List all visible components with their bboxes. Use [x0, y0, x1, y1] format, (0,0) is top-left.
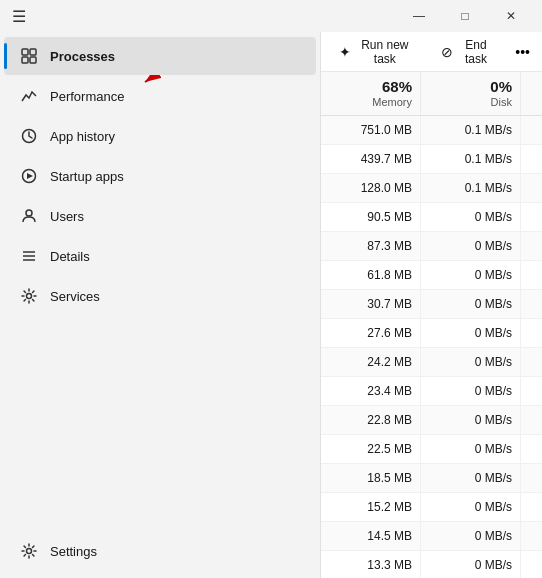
sidebar: Processes Performance App history	[0, 32, 320, 578]
sidebar-item-settings[interactable]: Settings	[4, 532, 316, 570]
table-row[interactable]: 128.0 MB0.1 MB/s0 Mbps	[321, 174, 542, 203]
more-options-button[interactable]: •••	[511, 38, 534, 66]
main-layout: Processes Performance App history	[0, 32, 542, 578]
disk-header[interactable]: 0% Disk	[421, 72, 521, 115]
table-row[interactable]: 90.5 MB0 MB/s0 Mbps	[321, 203, 542, 232]
table-cell-memory: 128.0 MB	[321, 174, 421, 202]
svg-point-8	[26, 210, 32, 216]
table-cell-memory: 439.7 MB	[321, 145, 421, 173]
sidebar-item-startup-label: Startup apps	[50, 169, 124, 184]
table-cell-memory: 22.8 MB	[321, 406, 421, 434]
sidebar-item-processes[interactable]: Processes	[4, 37, 316, 75]
startup-icon	[20, 167, 38, 185]
more-icon: •••	[515, 44, 530, 60]
table-cell-network: 0 Mbps	[521, 493, 542, 521]
sidebar-item-startup-apps[interactable]: Startup apps	[4, 157, 316, 195]
table-row[interactable]: 87.3 MB0 MB/s0 Mbps	[321, 232, 542, 261]
sidebar-item-services[interactable]: Services	[4, 277, 316, 315]
table-cell-memory: 14.5 MB	[321, 522, 421, 550]
content-area: ✦ Run new task ⊘ End task ••• 68% Memory…	[320, 32, 542, 578]
table-cell-disk: 0.1 MB/s	[421, 174, 521, 202]
table-row[interactable]: 22.5 MB0 MB/s0 Mbps	[321, 435, 542, 464]
table-cell-disk: 0.1 MB/s	[421, 145, 521, 173]
table-cell-disk: 0 MB/s	[421, 377, 521, 405]
svg-rect-2	[30, 49, 36, 55]
table-cell-memory: 87.3 MB	[321, 232, 421, 260]
hamburger-icon[interactable]: ☰	[12, 7, 26, 26]
sidebar-settings-label: Settings	[50, 544, 97, 559]
table-cell-disk: 0 MB/s	[421, 203, 521, 231]
end-task-label: End task	[459, 38, 494, 66]
table-cell-disk: 0 MB/s	[421, 493, 521, 521]
network-pct: 0%	[529, 78, 542, 95]
end-task-icon: ⊘	[441, 44, 453, 60]
table-cell-disk: 0 MB/s	[421, 406, 521, 434]
table-cell-memory: 751.0 MB	[321, 116, 421, 144]
table-cell-memory: 24.2 MB	[321, 348, 421, 376]
sidebar-item-users[interactable]: Users	[4, 197, 316, 235]
sidebar-item-app-history-label: App history	[50, 129, 115, 144]
table-body[interactable]: 751.0 MB0.1 MB/s0.1 Mbps439.7 MB0.1 MB/s…	[321, 116, 542, 578]
run-task-icon: ✦	[339, 44, 351, 60]
svg-point-13	[27, 549, 32, 554]
sidebar-item-app-history[interactable]: App history	[4, 117, 316, 155]
svg-point-12	[27, 294, 32, 299]
table-row[interactable]: 30.7 MB0 MB/s0 Mbps	[321, 290, 542, 319]
title-bar-left: ☰	[12, 7, 26, 26]
title-bar-controls: — □ ✕	[396, 0, 534, 32]
sidebar-item-details[interactable]: Details	[4, 237, 316, 275]
minimize-button[interactable]: —	[396, 0, 442, 32]
sidebar-item-users-label: Users	[50, 209, 84, 224]
table-cell-network: 0 Mbps	[521, 261, 542, 289]
table-row[interactable]: 439.7 MB0.1 MB/s0 Mbps	[321, 145, 542, 174]
network-header[interactable]: 0% Network	[521, 72, 542, 115]
table-row[interactable]: 23.4 MB0 MB/s0 Mbps	[321, 377, 542, 406]
end-task-button[interactable]: ⊘ End task	[431, 34, 504, 70]
sidebar-item-details-label: Details	[50, 249, 90, 264]
table-cell-memory: 27.6 MB	[321, 319, 421, 347]
table-cell-network: 0 Mbps	[521, 319, 542, 347]
close-button[interactable]: ✕	[488, 0, 534, 32]
table-row[interactable]: 22.8 MB0 MB/s0 Mbps	[321, 406, 542, 435]
disk-label: Disk	[491, 96, 512, 108]
svg-rect-1	[22, 49, 28, 55]
table-row[interactable]: 27.6 MB0 MB/s0 Mbps	[321, 319, 542, 348]
table-cell-memory: 18.5 MB	[321, 464, 421, 492]
table-cell-memory: 30.7 MB	[321, 290, 421, 318]
title-bar: ☰ — □ ✕	[0, 0, 542, 32]
table-row[interactable]: 24.2 MB0 MB/s0 Mbps	[321, 348, 542, 377]
table-cell-network: 0 Mbps	[521, 522, 542, 550]
sidebar-spacer	[0, 316, 320, 531]
sidebar-item-performance[interactable]: Performance	[4, 77, 316, 115]
table-row[interactable]: 18.5 MB0 MB/s0 Mbps	[321, 464, 542, 493]
settings-icon	[20, 542, 38, 560]
table-cell-memory: 23.4 MB	[321, 377, 421, 405]
performance-icon	[20, 87, 38, 105]
maximize-button[interactable]: □	[442, 0, 488, 32]
table-cell-disk: 0 MB/s	[421, 290, 521, 318]
table-cell-disk: 0 MB/s	[421, 348, 521, 376]
table-header: 68% Memory 0% Disk 0% Network	[321, 72, 542, 116]
memory-pct: 68%	[329, 78, 412, 95]
table-cell-network: 0 Mbps	[521, 464, 542, 492]
table-cell-disk: 0 MB/s	[421, 435, 521, 463]
run-new-task-label: Run new task	[357, 38, 413, 66]
table-cell-network: 0 Mbps	[521, 435, 542, 463]
sidebar-item-services-label: Services	[50, 289, 100, 304]
table-row[interactable]: 15.2 MB0 MB/s0 Mbps	[321, 493, 542, 522]
table-cell-network: 0 Mbps	[521, 145, 542, 173]
memory-label: Memory	[372, 96, 412, 108]
run-new-task-button[interactable]: ✦ Run new task	[329, 34, 423, 70]
table-cell-memory: 61.8 MB	[321, 261, 421, 289]
table-row[interactable]: 14.5 MB0 MB/s0 Mbps	[321, 522, 542, 551]
table-cell-network: 0 Mbps	[521, 377, 542, 405]
table-cell-disk: 0 MB/s	[421, 522, 521, 550]
users-icon	[20, 207, 38, 225]
table-row[interactable]: 61.8 MB0 MB/s0 Mbps	[321, 261, 542, 290]
table-cell-disk: 0 MB/s	[421, 551, 521, 578]
table-row[interactable]: 13.3 MB0 MB/s0 Mbps	[321, 551, 542, 578]
table-cell-memory: 15.2 MB	[321, 493, 421, 521]
table-row[interactable]: 751.0 MB0.1 MB/s0.1 Mbps	[321, 116, 542, 145]
memory-header[interactable]: 68% Memory	[321, 72, 421, 115]
table-cell-disk: 0 MB/s	[421, 319, 521, 347]
